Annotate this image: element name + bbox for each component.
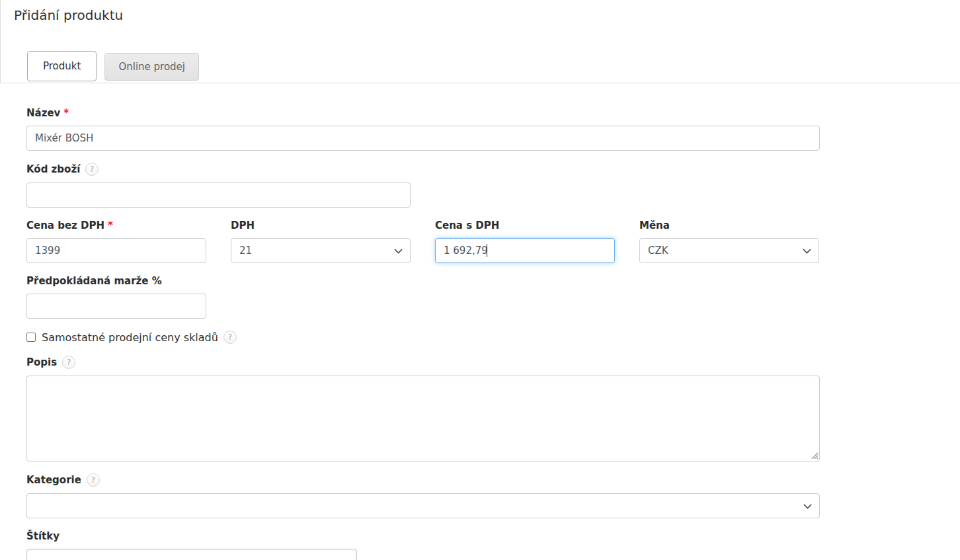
help-icon-glyph: ?	[91, 475, 95, 485]
cena-s-dph-input-wrap	[435, 238, 615, 263]
cena-s-dph-input[interactable]	[435, 238, 615, 263]
field-marze: Předpokládaná marže %	[26, 275, 820, 319]
kod-zbozi-input[interactable]	[26, 182, 411, 208]
samostatne-ceny-row: Samostatné prodejní ceny skladů ?	[26, 331, 820, 344]
field-mena: Měna CZK	[639, 220, 819, 263]
tab-online-prodej-label: Online prodej	[118, 61, 185, 73]
help-icon-glyph: ?	[67, 358, 71, 367]
kategorie-select[interactable]	[26, 493, 820, 518]
field-cena-s-dph: Cena s DPH	[435, 220, 615, 263]
help-icon[interactable]: ?	[62, 356, 75, 369]
field-cena-bez-dph: Cena bez DPH *	[26, 220, 206, 263]
chevron-down-icon	[803, 504, 812, 509]
chevron-down-icon	[803, 249, 811, 254]
dph-label-text: DPH	[231, 220, 255, 231]
dph-label: DPH	[231, 220, 411, 231]
product-form: Název * Kód zboží ? Cena bez DPH * DPH	[0, 83, 820, 560]
required-asterisk: *	[63, 107, 69, 119]
nazev-label-text: Název	[26, 107, 60, 119]
cena-bez-dph-label: Cena bez DPH *	[26, 220, 206, 231]
help-icon[interactable]: ?	[85, 163, 99, 176]
mena-select[interactable]: CZK	[639, 238, 819, 263]
popis-textarea-wrap	[26, 376, 820, 461]
field-stitky: Štítky	[26, 530, 820, 560]
stitky-label: Štítky	[26, 530, 820, 542]
resize-handle-icon[interactable]	[809, 450, 819, 460]
help-icon-glyph: ?	[228, 333, 232, 342]
price-row: Cena bez DPH * DPH 21 Cena s DPH	[26, 220, 820, 263]
tab-produkt-label: Produkt	[43, 60, 81, 72]
mena-label: Měna	[639, 220, 819, 231]
field-kod-zbozi: Kód zboží ?	[26, 163, 820, 208]
tab-produkt[interactable]: Produkt	[27, 51, 97, 81]
cena-bez-dph-input[interactable]	[26, 238, 206, 263]
help-icon[interactable]: ?	[223, 331, 237, 344]
mena-label-text: Měna	[639, 220, 670, 231]
popis-label: Popis ?	[26, 356, 820, 369]
cena-bez-dph-label-text: Cena bez DPH	[26, 220, 104, 231]
page-title: Přidání produktu	[1, 0, 960, 23]
marze-label: Předpokládaná marže %	[26, 275, 820, 287]
dph-select[interactable]: 21	[231, 238, 411, 263]
field-dph: DPH 21	[231, 220, 411, 263]
tab-online-prodej[interactable]: Online prodej	[104, 53, 199, 81]
popis-label-text: Popis	[26, 356, 57, 368]
nazev-label: Název *	[26, 107, 820, 119]
dph-select-value: 21	[239, 245, 252, 257]
cena-s-dph-label-text: Cena s DPH	[435, 220, 499, 231]
marze-input[interactable]	[26, 294, 206, 319]
kategorie-label-text: Kategorie	[26, 474, 81, 486]
help-icon-glyph: ?	[90, 165, 94, 174]
nazev-input[interactable]	[26, 126, 820, 151]
stitky-label-text: Štítky	[26, 530, 60, 542]
field-popis: Popis ?	[26, 356, 820, 461]
chevron-down-icon	[394, 249, 403, 254]
required-asterisk: *	[108, 220, 113, 231]
mena-select-value: CZK	[648, 245, 668, 257]
kategorie-label: Kategorie ?	[26, 473, 820, 487]
text-caret	[487, 244, 487, 257]
page-header: Přidání produktu Produkt Online prodej	[0, 0, 960, 83]
marze-label-text: Předpokládaná marže %	[26, 275, 162, 287]
field-nazev: Název *	[26, 107, 820, 151]
stitky-input[interactable]	[26, 549, 357, 560]
cena-s-dph-label: Cena s DPH	[435, 220, 615, 231]
tab-bar: Produkt Online prodej	[27, 51, 199, 82]
help-icon[interactable]: ?	[87, 473, 100, 487]
popis-textarea[interactable]	[26, 376, 820, 461]
samostatne-ceny-label: Samostatné prodejní ceny skladů	[42, 331, 218, 344]
kod-zbozi-label: Kód zboží ?	[26, 163, 820, 176]
field-kategorie: Kategorie ?	[26, 473, 820, 518]
kod-zbozi-label-text: Kód zboží	[26, 163, 80, 175]
samostatne-ceny-checkbox[interactable]	[26, 333, 36, 342]
